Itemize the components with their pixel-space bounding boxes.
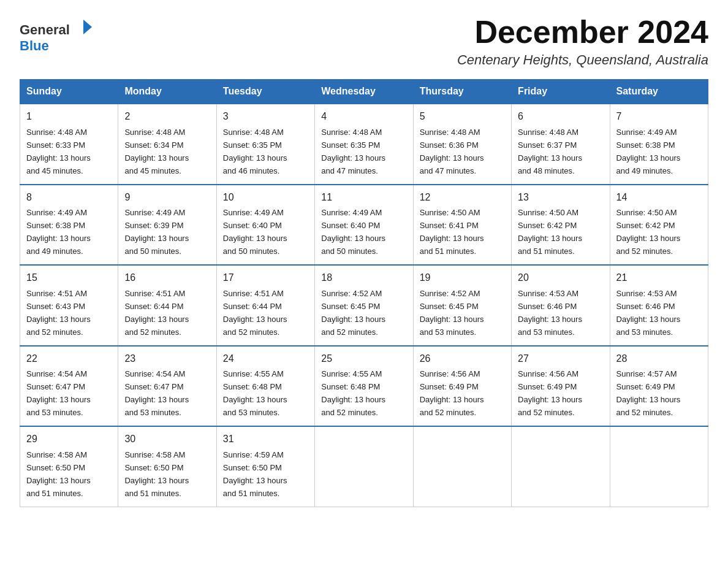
calendar-cell: 15 Sunrise: 4:51 AMSunset: 6:43 PMDaylig…	[20, 265, 118, 345]
day-info: Sunrise: 4:58 AMSunset: 6:50 PMDaylight:…	[124, 450, 189, 498]
day-number: 19	[420, 270, 505, 286]
day-number: 4	[321, 109, 406, 124]
day-number: 6	[518, 109, 603, 124]
day-info: Sunrise: 4:48 AMSunset: 6:37 PMDaylight:…	[518, 128, 582, 175]
day-number: 18	[321, 270, 406, 286]
day-number: 27	[518, 351, 603, 367]
calendar-cell: 16 Sunrise: 4:51 AMSunset: 6:44 PMDaylig…	[118, 265, 216, 345]
calendar-cell: 26 Sunrise: 4:56 AMSunset: 6:49 PMDaylig…	[413, 346, 511, 426]
day-number: 17	[223, 270, 308, 286]
day-number: 7	[616, 109, 702, 124]
day-number: 25	[321, 351, 406, 367]
day-number: 10	[223, 190, 308, 205]
logo: General Blue	[20, 15, 99, 58]
day-info: Sunrise: 4:48 AMSunset: 6:33 PMDaylight:…	[26, 128, 91, 175]
day-info: Sunrise: 4:52 AMSunset: 6:45 PMDaylight:…	[420, 289, 484, 337]
calendar-cell: 6 Sunrise: 4:48 AMSunset: 6:37 PMDayligh…	[512, 104, 610, 184]
logo-svg: General Blue	[20, 15, 99, 58]
day-info: Sunrise: 4:49 AMSunset: 6:40 PMDaylight:…	[321, 208, 385, 256]
day-info: Sunrise: 4:49 AMSunset: 6:38 PMDaylight:…	[26, 208, 91, 256]
calendar-cell: 18 Sunrise: 4:52 AMSunset: 6:45 PMDaylig…	[315, 265, 413, 345]
calendar-subtitle: Centenary Heights, Queensland, Australia	[457, 52, 708, 68]
header-tuesday: Tuesday	[216, 80, 314, 104]
day-info: Sunrise: 4:49 AMSunset: 6:40 PMDaylight:…	[223, 208, 287, 256]
calendar-cell: 23 Sunrise: 4:54 AMSunset: 6:47 PMDaylig…	[118, 346, 216, 426]
day-number: 28	[616, 351, 702, 367]
day-info: Sunrise: 4:54 AMSunset: 6:47 PMDaylight:…	[124, 369, 189, 417]
day-number: 31	[223, 432, 308, 447]
calendar-cell	[610, 426, 708, 507]
day-number: 8	[26, 190, 112, 205]
day-info: Sunrise: 4:48 AMSunset: 6:35 PMDaylight:…	[223, 128, 287, 175]
day-number: 2	[124, 109, 210, 124]
svg-text:Blue: Blue	[20, 38, 49, 53]
calendar-week-2: 8 Sunrise: 4:49 AMSunset: 6:38 PMDayligh…	[20, 185, 708, 265]
day-info: Sunrise: 4:48 AMSunset: 6:35 PMDaylight:…	[321, 128, 385, 175]
header-friday: Friday	[512, 80, 610, 104]
day-number: 24	[223, 351, 308, 367]
day-info: Sunrise: 4:48 AMSunset: 6:36 PMDaylight:…	[420, 128, 484, 175]
calendar-week-4: 22 Sunrise: 4:54 AMSunset: 6:47 PMDaylig…	[20, 346, 708, 426]
day-info: Sunrise: 4:48 AMSunset: 6:34 PMDaylight:…	[124, 128, 189, 175]
calendar-cell: 4 Sunrise: 4:48 AMSunset: 6:35 PMDayligh…	[315, 104, 413, 184]
day-number: 15	[26, 270, 112, 286]
header-thursday: Thursday	[413, 80, 511, 104]
calendar-cell: 21 Sunrise: 4:53 AMSunset: 6:46 PMDaylig…	[610, 265, 708, 345]
day-info: Sunrise: 4:56 AMSunset: 6:49 PMDaylight:…	[518, 369, 582, 417]
title-block: December 2024 Centenary Heights, Queensl…	[457, 15, 708, 68]
calendar-cell: 11 Sunrise: 4:49 AMSunset: 6:40 PMDaylig…	[315, 185, 413, 265]
calendar-cell: 28 Sunrise: 4:57 AMSunset: 6:49 PMDaylig…	[610, 346, 708, 426]
day-number: 14	[616, 190, 702, 205]
day-info: Sunrise: 4:58 AMSunset: 6:50 PMDaylight:…	[26, 450, 91, 498]
day-number: 21	[616, 270, 702, 286]
day-number: 5	[420, 109, 505, 124]
day-info: Sunrise: 4:49 AMSunset: 6:38 PMDaylight:…	[616, 128, 681, 175]
day-info: Sunrise: 4:51 AMSunset: 6:43 PMDaylight:…	[26, 289, 91, 337]
calendar-cell: 3 Sunrise: 4:48 AMSunset: 6:35 PMDayligh…	[216, 104, 314, 184]
calendar-cell: 22 Sunrise: 4:54 AMSunset: 6:47 PMDaylig…	[20, 346, 118, 426]
calendar-cell: 19 Sunrise: 4:52 AMSunset: 6:45 PMDaylig…	[413, 265, 511, 345]
calendar-cell: 2 Sunrise: 4:48 AMSunset: 6:34 PMDayligh…	[118, 104, 216, 184]
weekday-header-row: Sunday Monday Tuesday Wednesday Thursday…	[20, 80, 708, 104]
header-monday: Monday	[118, 80, 216, 104]
day-info: Sunrise: 4:53 AMSunset: 6:46 PMDaylight:…	[518, 289, 582, 337]
day-info: Sunrise: 4:51 AMSunset: 6:44 PMDaylight:…	[223, 289, 287, 337]
calendar-cell: 13 Sunrise: 4:50 AMSunset: 6:42 PMDaylig…	[512, 185, 610, 265]
day-number: 3	[223, 109, 308, 124]
day-info: Sunrise: 4:53 AMSunset: 6:46 PMDaylight:…	[616, 289, 681, 337]
calendar-cell: 25 Sunrise: 4:55 AMSunset: 6:48 PMDaylig…	[315, 346, 413, 426]
calendar-cell	[512, 426, 610, 507]
day-number: 30	[124, 432, 210, 447]
header-wednesday: Wednesday	[315, 80, 413, 104]
day-number: 26	[420, 351, 505, 367]
calendar-week-3: 15 Sunrise: 4:51 AMSunset: 6:43 PMDaylig…	[20, 265, 708, 345]
calendar-cell: 30 Sunrise: 4:58 AMSunset: 6:50 PMDaylig…	[118, 426, 216, 507]
header-sunday: Sunday	[20, 80, 118, 104]
svg-text:General: General	[20, 22, 70, 37]
day-number: 1	[26, 109, 112, 124]
calendar-cell: 31 Sunrise: 4:59 AMSunset: 6:50 PMDaylig…	[216, 426, 314, 507]
day-info: Sunrise: 4:56 AMSunset: 6:49 PMDaylight:…	[420, 369, 484, 417]
day-number: 11	[321, 190, 406, 205]
day-info: Sunrise: 4:55 AMSunset: 6:48 PMDaylight:…	[223, 369, 287, 417]
calendar-cell: 27 Sunrise: 4:56 AMSunset: 6:49 PMDaylig…	[512, 346, 610, 426]
calendar-cell: 5 Sunrise: 4:48 AMSunset: 6:36 PMDayligh…	[413, 104, 511, 184]
svg-marker-1	[83, 20, 92, 34]
calendar-cell: 20 Sunrise: 4:53 AMSunset: 6:46 PMDaylig…	[512, 265, 610, 345]
calendar-cell: 9 Sunrise: 4:49 AMSunset: 6:39 PMDayligh…	[118, 185, 216, 265]
calendar-cell: 14 Sunrise: 4:50 AMSunset: 6:42 PMDaylig…	[610, 185, 708, 265]
day-info: Sunrise: 4:50 AMSunset: 6:41 PMDaylight:…	[420, 208, 484, 256]
day-info: Sunrise: 4:55 AMSunset: 6:48 PMDaylight:…	[321, 369, 385, 417]
day-info: Sunrise: 4:52 AMSunset: 6:45 PMDaylight:…	[321, 289, 385, 337]
day-number: 22	[26, 351, 112, 367]
day-info: Sunrise: 4:54 AMSunset: 6:47 PMDaylight:…	[26, 369, 91, 417]
calendar-cell: 1 Sunrise: 4:48 AMSunset: 6:33 PMDayligh…	[20, 104, 118, 184]
calendar-cell	[315, 426, 413, 507]
calendar-cell: 12 Sunrise: 4:50 AMSunset: 6:41 PMDaylig…	[413, 185, 511, 265]
calendar-cell: 8 Sunrise: 4:49 AMSunset: 6:38 PMDayligh…	[20, 185, 118, 265]
day-info: Sunrise: 4:49 AMSunset: 6:39 PMDaylight:…	[124, 208, 189, 256]
day-info: Sunrise: 4:50 AMSunset: 6:42 PMDaylight:…	[616, 208, 681, 256]
calendar-week-1: 1 Sunrise: 4:48 AMSunset: 6:33 PMDayligh…	[20, 104, 708, 184]
day-info: Sunrise: 4:51 AMSunset: 6:44 PMDaylight:…	[124, 289, 189, 337]
page-header: General Blue December 2024 Centenary Hei…	[20, 15, 708, 68]
